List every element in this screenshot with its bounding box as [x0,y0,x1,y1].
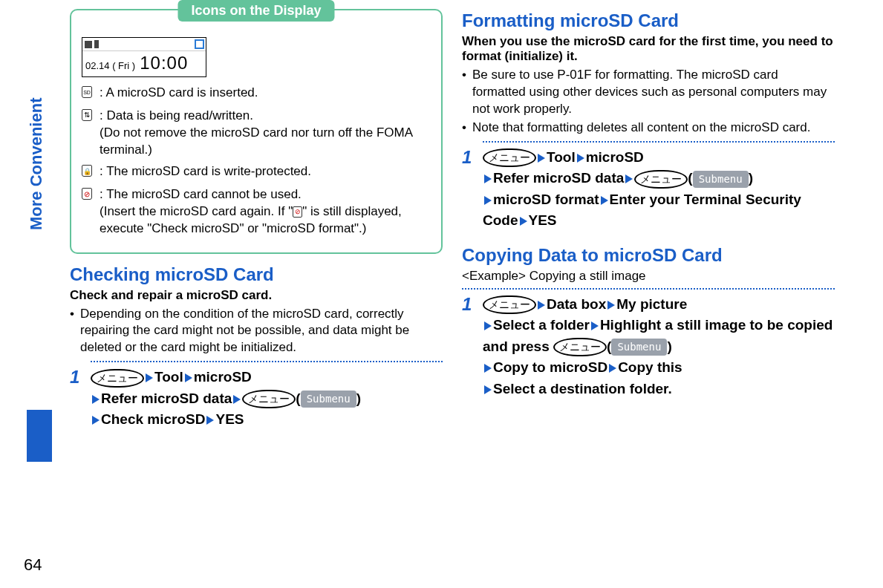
formatting-lead: When you use the microSD card for the fi… [462,34,835,64]
arrow-icon [520,217,527,226]
menu-key-icon: メニュー [91,369,144,388]
step-divider [483,141,835,143]
arrow-icon [484,196,492,205]
arrow-icon [92,395,100,404]
menu-key-icon: メニュー [483,148,536,167]
signal-icon [85,41,92,48]
sd-error-icon [82,188,92,200]
arrow-icon [92,416,100,425]
arrow-icon [484,385,492,394]
menu-key-icon: メニュー [634,170,688,189]
submenu-pill: Submenu [693,171,749,188]
step-body: メニューToolmicroSD Refer microSD dataメニュー(S… [483,147,835,232]
icon-legend-item: : The microSD card cannot be used. (Inse… [82,186,431,238]
arrow-icon [591,321,599,330]
copying-example: <Example> Copying a still image [462,269,835,284]
step-body: メニューToolmicroSD Refer microSD dataメニュー(S… [91,367,443,431]
arrow-icon [538,301,545,310]
sd-readwrite-icon [82,109,92,121]
step-divider [91,361,443,362]
menu-key-icon: メニュー [483,295,536,314]
checking-heading: Checking microSD Card [70,264,443,285]
battery-icon [94,40,99,48]
step-number: 1 [462,294,483,400]
checking-step: 1 メニューToolmicroSD Refer microSD dataメニュー… [70,367,443,431]
arrow-icon [233,395,241,404]
sd-error-icon-inline [293,206,302,218]
submenu-pill: Submenu [301,391,356,408]
menu-key-icon: メニュー [242,390,296,408]
arrow-icon [146,373,153,382]
arrow-icon [484,364,492,373]
checking-bullets: Depending on the condition of the microS… [70,306,443,357]
display-date: 02.14 ( Fri ) [85,60,135,71]
page-number: 64 [24,555,42,575]
menu-key-icon: メニュー [553,338,607,356]
icons-on-display-box: Icons on the Display 02.14 ( Fri ) 10:00… [70,9,443,254]
arrow-icon [206,416,214,425]
icon-legend-item: : The microSD card is write-protected. [82,163,431,182]
arrow-icon [484,174,492,183]
display-sample: 02.14 ( Fri ) 10:00 [82,37,206,77]
formatting-step: 1 メニューToolmicroSD Refer microSD dataメニュー… [462,147,835,232]
display-time: 10:00 [140,53,188,74]
icon-legend-list: : A microSD card is inserted. : Data is … [82,85,431,238]
section-tab-block [27,410,52,462]
submenu-pill: Submenu [611,339,667,356]
step-number: 1 [462,147,483,232]
arrow-icon [185,373,192,382]
step-number: 1 [70,367,91,431]
copying-heading: Copying Data to microSD Card [462,245,835,266]
arrow-icon [607,301,615,310]
sd-inserted-icon [82,86,92,98]
arrow-icon [538,154,545,163]
icon-legend-item: : A microSD card is inserted. [82,85,431,103]
sd-status-icon [195,39,204,49]
formatting-heading: Formatting microSD Card [462,10,835,31]
arrow-icon [609,364,616,373]
arrow-icon [577,154,584,163]
arrow-icon [625,174,633,183]
copying-step: 1 メニューData boxMy picture Select a folder… [462,294,835,400]
sd-writeprotected-icon [82,165,92,177]
formatting-bullets: Be sure to use P-01F for formatting. The… [462,67,835,137]
section-tab-label: More Convenient [27,98,46,230]
arrow-icon [484,321,492,330]
checking-lead: Check and repair a microSD card. [70,288,443,303]
step-divider [462,288,835,290]
arrow-icon [601,196,608,205]
step-body: メニューData boxMy picture Select a folderHi… [483,294,835,400]
icon-legend-item: : Data is being read/written. (Do not re… [82,108,431,159]
icons-box-title: Icons on the Display [177,0,334,22]
